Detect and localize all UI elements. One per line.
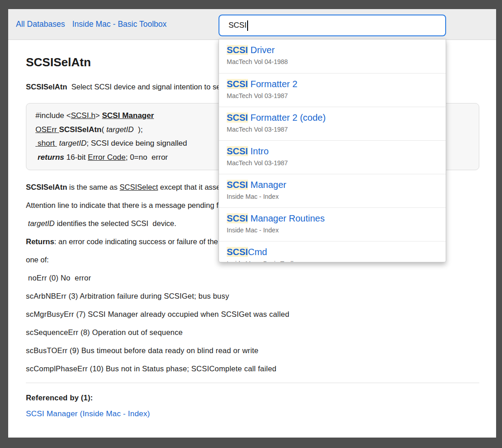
search-input[interactable]: SCSI (219, 15, 446, 36)
scsiselect-link[interactable]: SCSISelect (119, 183, 158, 191)
error-code-line: scBusTOErr (9) Bus timeout before data r… (26, 346, 479, 355)
short-link[interactable]: short (35, 139, 57, 148)
search-match-highlight: SCSI (227, 113, 248, 123)
search-result-source: MacTech Vol 04-1988 (227, 58, 438, 65)
function-name: SCSISelAtn (59, 125, 102, 134)
search-result-item[interactable]: SCSI Driver MacTech Vol 04-1988 (219, 39, 446, 73)
code-text: ( (101, 125, 106, 134)
scsi-manager-link[interactable]: SCSI Manager (102, 111, 154, 120)
search-result-rest: Intro (248, 146, 269, 156)
error-code-link[interactable]: Error Code (88, 153, 125, 162)
search-result-item[interactable]: SCSI Manager Inside Mac - Index (219, 174, 446, 207)
body-text: : an error code indicating success or fa… (54, 237, 218, 246)
search-result-item[interactable]: SCSI Intro MacTech Vol 03-1987 (219, 140, 446, 174)
search-result-rest: Cmd (248, 247, 267, 257)
search-result-rest: Formatter 2 (248, 79, 298, 89)
search-result-item[interactable]: SCSI Formatter 2 (code) MacTech Vol 03-1… (219, 107, 446, 140)
search-result-item[interactable]: SCSICmd Inside Mac - Basic Toolbox (219, 241, 446, 262)
app-window: { "colors": { "frame": "#4f4f4f", "topba… (0, 0, 502, 448)
search-result-title: SCSI Manager Routines (227, 213, 438, 224)
code-text: 16-bit (64, 153, 88, 162)
footer-divider (26, 383, 479, 383)
search-result-title: SCSI Intro (227, 146, 438, 157)
error-code-line: scComplPhaseErr (10) Bus not in Status p… (26, 364, 479, 373)
search-match-highlight: SCSI (227, 146, 248, 156)
referenced-by-item: SCSI Manager (Inside Mac - Index) (26, 409, 479, 418)
search-result-title: SCSI Formatter 2 (code) (227, 112, 438, 123)
search-match-highlight: SCSI (227, 213, 248, 223)
oserr-link[interactable]: OSErr (35, 125, 59, 134)
scsi-manager-index-link[interactable]: SCSI Manager (Inside Mac - Index) (26, 409, 150, 418)
search-match-highlight: SCSI (227, 247, 248, 257)
arg-targetid: targetID (59, 139, 86, 148)
search-result-rest: Driver (248, 45, 275, 55)
search-results-dropdown: SCSI Driver MacTech Vol 04-1988 SCSI For… (219, 39, 446, 262)
search-result-item[interactable]: SCSI Manager Routines Inside Mac - Index (219, 207, 446, 241)
arg-targetid: targetID (106, 125, 134, 134)
code-text: ); (134, 125, 143, 134)
search-match-highlight: SCSI (227, 45, 248, 55)
term-returns: Returns (26, 237, 54, 246)
text-cursor-icon (247, 20, 248, 31)
body-text: identifies the selected SCSI device. (55, 219, 176, 227)
search-result-title: SCSICmd (227, 246, 438, 257)
search-result-rest: Manager Routines (248, 213, 325, 223)
nav-inside-mac-basic-toolbox-link[interactable]: Inside Mac - Basic Toolbox (72, 20, 167, 29)
intro-term: SCSISelAtn (26, 83, 67, 91)
search-result-title: SCSI Formatter 2 (227, 79, 438, 89)
search-result-source: Inside Mac - Index (227, 193, 438, 200)
search-result-title: SCSI Manager (227, 179, 438, 190)
search-result-source: MacTech Vol 03-1987 (227, 126, 438, 133)
search-result-rest: Formatter 2 (code) (248, 113, 326, 123)
referenced-by-heading: Referenced by (1): (26, 393, 479, 402)
search-result-source: MacTech Vol 03-1987 (227, 92, 438, 99)
scsi-h-link[interactable]: SCSI.h (71, 111, 95, 120)
error-code-line: scArbNBErr (3) Arbitration failure durin… (26, 292, 479, 300)
returns-keyword: returns (35, 153, 64, 162)
error-code-line: noErr (0) No error (26, 274, 479, 282)
error-code-line: scSequenceErr (8) Operation out of seque… (26, 328, 479, 337)
error-code-line: scMgrBusyErr (7) SCSI Manager already oc… (26, 310, 479, 319)
code-text: ; 0=no error (125, 153, 168, 162)
search-result-item[interactable]: SCSI Formatter 2 MacTech Vol 03-1987 (219, 73, 446, 107)
body-text: is the same as (67, 183, 120, 191)
code-text: > (95, 111, 102, 120)
search-input-value: SCSI (229, 21, 247, 30)
search-result-rest: Manager (248, 180, 287, 190)
arg-targetid: targetID (26, 219, 55, 227)
intro-text: Select SCSI device and signal intention … (67, 83, 229, 91)
nav-all-databases-link[interactable]: All Databases (16, 20, 65, 29)
code-text: ; SCSI device being signalled (86, 139, 187, 148)
search-result-source: MacTech Vol 03-1987 (227, 159, 438, 167)
search-result-source: Inside Mac - Basic Toolbox (227, 260, 438, 262)
code-text: #include < (35, 111, 71, 120)
search-match-highlight: SCSI (227, 79, 248, 89)
term-scsiselatn: SCSISelAtn (26, 183, 67, 191)
error-code-list: noErr (0) No errorscArbNBErr (3) Arbitra… (26, 274, 479, 373)
search-match-highlight: SCSI (227, 180, 248, 190)
search-result-title: SCSI Driver (227, 44, 438, 55)
doc-page: SCSISelAtn SCSISelAtn Select SCSI device… (8, 9, 496, 438)
search-result-source: Inside Mac - Index (227, 226, 438, 234)
